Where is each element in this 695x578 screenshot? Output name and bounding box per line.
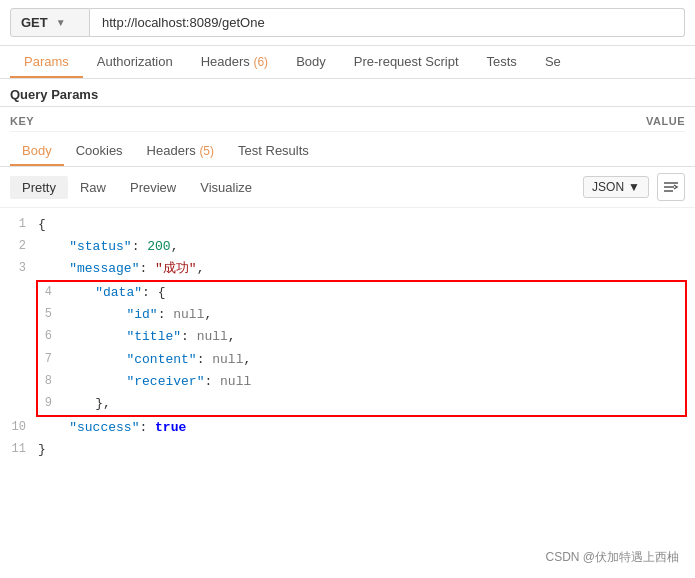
url-bar: GET ▼ (0, 0, 695, 46)
method-select[interactable]: GET ▼ (10, 8, 90, 37)
json-line-4: 4 "data": { (38, 282, 685, 304)
json-line-1: 1 { (0, 214, 695, 236)
fmt-preview[interactable]: Preview (118, 176, 188, 199)
fmt-pretty[interactable]: Pretty (10, 176, 68, 199)
watermark: CSDN @伏加特遇上西柚 (545, 549, 679, 566)
json-line-2: 2 "status": 200, (0, 236, 695, 258)
json-line-5: 5 "id": null, (38, 304, 685, 326)
highlighted-data-block: 4 "data": { 5 "id": null, 6 "title": nul… (36, 280, 687, 417)
col-key-header: KEY (10, 115, 485, 127)
res-tab-cookies[interactable]: Cookies (64, 136, 135, 166)
tab-params[interactable]: Params (10, 46, 83, 78)
json-line-9: 9 }, (38, 393, 685, 415)
format-bar: Pretty Raw Preview Visualize JSON ▼ (0, 167, 695, 208)
json-line-11: 11 } (0, 439, 695, 461)
json-line-3: 3 "message": "成功", (0, 258, 695, 280)
chevron-down-icon: ▼ (628, 180, 640, 194)
tab-se[interactable]: Se (531, 46, 575, 78)
json-body: 1 { 2 "status": 200, 3 "message": "成功", … (0, 208, 695, 467)
tab-tests[interactable]: Tests (473, 46, 531, 78)
query-params-table: KEY VALUE (0, 106, 695, 136)
query-params-header: Query Params (0, 79, 695, 106)
res-tab-body[interactable]: Body (10, 136, 64, 166)
method-label: GET (21, 15, 48, 30)
request-tabs: Params Authorization Headers (6) Body Pr… (0, 46, 695, 79)
json-line-10: 10 "success": true (0, 417, 695, 439)
res-tab-headers[interactable]: Headers (5) (135, 136, 226, 166)
col-headers: KEY VALUE (10, 111, 685, 132)
chevron-down-icon: ▼ (56, 17, 66, 28)
tab-authorization[interactable]: Authorization (83, 46, 187, 78)
url-input[interactable] (90, 8, 685, 37)
col-value-header: VALUE (485, 115, 685, 127)
tab-body[interactable]: Body (282, 46, 340, 78)
format-selector[interactable]: JSON ▼ (583, 176, 649, 198)
res-tab-test-results[interactable]: Test Results (226, 136, 321, 166)
json-line-7: 7 "content": null, (38, 349, 685, 371)
response-tabs-wrapper: Body Cookies Headers (5) Test Results (0, 136, 695, 167)
json-line-8: 8 "receiver": null (38, 371, 685, 393)
fmt-raw[interactable]: Raw (68, 176, 118, 199)
json-line-6: 6 "title": null, (38, 326, 685, 348)
fmt-visualize[interactable]: Visualize (188, 176, 264, 199)
response-tabs: Body Cookies Headers (5) Test Results (0, 136, 695, 166)
tab-prerequest[interactable]: Pre-request Script (340, 46, 473, 78)
wrap-icon[interactable] (657, 173, 685, 201)
tab-headers[interactable]: Headers (6) (187, 46, 282, 78)
